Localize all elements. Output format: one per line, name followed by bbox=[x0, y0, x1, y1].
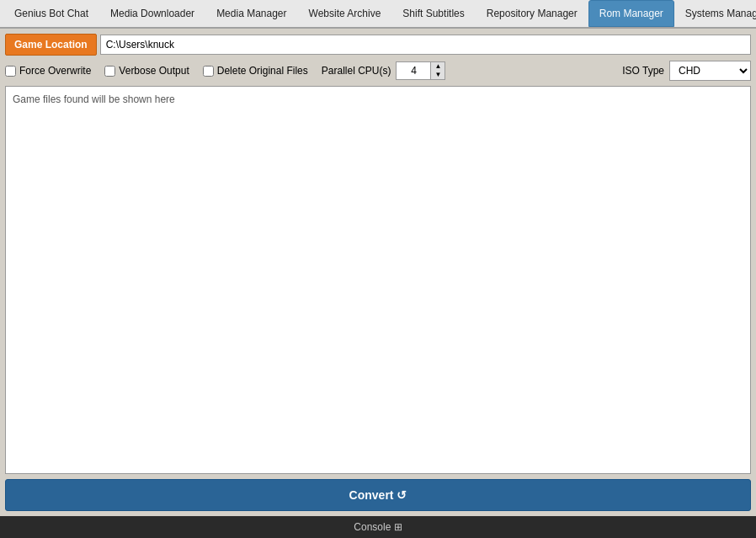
location-path-input[interactable] bbox=[100, 35, 751, 55]
parallel-cpu-spinbox: ▲ ▼ bbox=[396, 61, 445, 80]
force-overwrite-label[interactable]: Force Overwrite bbox=[5, 65, 91, 77]
tab-website-archive[interactable]: Website Archive bbox=[298, 0, 392, 27]
main-content: Game Location Force Overwrite Verbose Ou… bbox=[0, 29, 756, 538]
tab-repository-manager[interactable]: Repository Manager bbox=[476, 0, 588, 27]
parallel-cpu-label: Parallel CPU(s) bbox=[322, 65, 391, 77]
tab-systems-manager[interactable]: Systems Manager bbox=[674, 0, 756, 27]
tab-shift-subtitles[interactable]: Shift Subtitles bbox=[391, 0, 475, 27]
spinbox-buttons: ▲ ▼ bbox=[430, 62, 445, 79]
force-overwrite-checkbox[interactable] bbox=[5, 66, 16, 77]
tab-media-downloader[interactable]: Media Downloader bbox=[99, 0, 205, 27]
convert-label: Convert ↺ bbox=[349, 488, 407, 502]
parallel-cpu-input[interactable] bbox=[397, 62, 430, 79]
console-bar[interactable]: Console ⊞ bbox=[0, 516, 756, 538]
delete-original-checkbox[interactable] bbox=[203, 66, 214, 77]
files-placeholder-text: Game files found will be shown here bbox=[13, 93, 175, 105]
console-label: Console ⊞ bbox=[354, 521, 402, 533]
verbose-output-text: Verbose Output bbox=[119, 65, 189, 77]
convert-button[interactable]: Convert ↺ bbox=[5, 479, 751, 511]
tab-bar: Genius Bot Chat Media Downloader Media M… bbox=[0, 0, 756, 29]
spinbox-up-button[interactable]: ▲ bbox=[431, 62, 445, 71]
spinbox-down-button[interactable]: ▼ bbox=[431, 71, 445, 79]
game-location-button[interactable]: Game Location bbox=[5, 34, 97, 56]
iso-type-group: ISO Type CHD ISO BIN/CUE NRG bbox=[622, 61, 751, 81]
delete-original-label[interactable]: Delete Original Files bbox=[203, 65, 308, 77]
parallel-cpu-group: Parallel CPU(s) ▲ ▼ bbox=[322, 61, 446, 80]
tab-media-manager[interactable]: Media Manager bbox=[205, 0, 297, 27]
location-row: Game Location bbox=[5, 34, 751, 56]
tab-genius-bot-chat[interactable]: Genius Bot Chat bbox=[3, 0, 99, 27]
iso-type-select[interactable]: CHD ISO BIN/CUE NRG bbox=[669, 61, 751, 81]
iso-type-label: ISO Type bbox=[622, 65, 664, 77]
options-row: Force Overwrite Verbose Output Delete Or… bbox=[5, 61, 751, 81]
files-area: Game files found will be shown here bbox=[5, 86, 751, 474]
verbose-output-label[interactable]: Verbose Output bbox=[104, 65, 189, 77]
verbose-output-checkbox[interactable] bbox=[104, 66, 115, 77]
tab-rom-manager[interactable]: Rom Manager bbox=[588, 0, 674, 27]
delete-original-text: Delete Original Files bbox=[217, 65, 308, 77]
force-overwrite-text: Force Overwrite bbox=[19, 65, 91, 77]
